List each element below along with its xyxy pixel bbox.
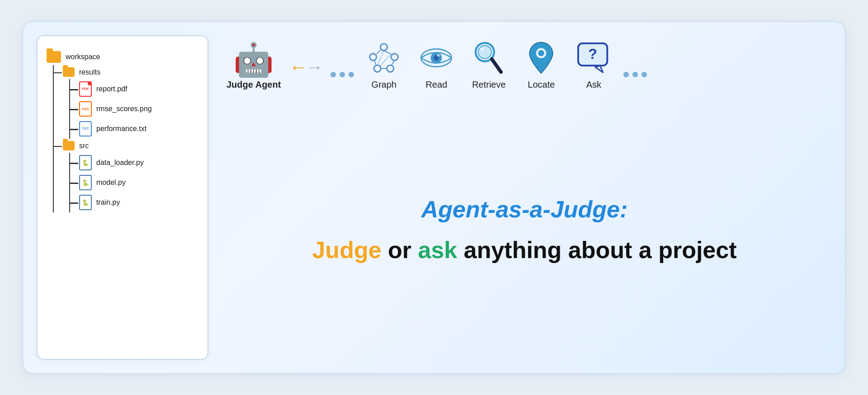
- workspace-children: results PDF report.pdf PNG: [53, 65, 198, 212]
- arrow-right-icon: →: [305, 57, 323, 77]
- locate-icon-container: [523, 40, 559, 76]
- svg-line-9: [377, 50, 381, 54]
- tools-row: 🤖 Judge Agent ← →: [226, 40, 822, 99]
- graph-icon: [367, 41, 401, 75]
- report-pdf-label: report.pdf: [96, 85, 127, 93]
- tree-data-loader: 🐍 data_loader.py: [79, 153, 198, 173]
- agent-label: Judge Agent: [226, 80, 281, 90]
- dot-3: [349, 72, 354, 77]
- txt-icon: TXT: [79, 121, 92, 136]
- file-tree-panel: workspace results PDF report.pdf: [37, 35, 208, 360]
- main-container: workspace results PDF report.pdf: [23, 21, 845, 374]
- suffix-text: anything about a project: [457, 237, 736, 263]
- pdf-icon: PDF: [79, 81, 92, 97]
- ask-icon-container: ?: [576, 40, 612, 76]
- locate-icon: [528, 39, 555, 76]
- read-icon-container: [418, 40, 454, 76]
- dots-right-block: [623, 72, 647, 90]
- agent-emoji: 🤖: [233, 43, 274, 76]
- graph-label: Graph: [372, 80, 397, 90]
- tree-rmse-png: PNG rmse_scores.png: [79, 99, 198, 119]
- text-content: Agent-as-a-Judge: Judge or ask anything …: [226, 99, 822, 351]
- arrow-block: ← →: [289, 57, 323, 90]
- retrieve-label: Retrieve: [472, 80, 505, 90]
- arrow-left-icon: ←: [289, 57, 307, 77]
- read-icon: [418, 44, 454, 71]
- tool-locate-block: Locate: [523, 40, 559, 90]
- trailing-dot-2: [632, 72, 638, 77]
- svg-point-2: [387, 65, 394, 72]
- tree-report-pdf: PDF report.pdf: [79, 79, 198, 99]
- svg-point-1: [392, 54, 398, 61]
- tool-graph-block: Graph: [366, 40, 402, 90]
- rmse-png-label: rmse_scores.png: [96, 105, 152, 113]
- locate-label: Locate: [528, 80, 555, 90]
- tree-results: results: [63, 65, 198, 79]
- ask-icon: ?: [576, 42, 611, 74]
- png-icon: PNG: [79, 101, 92, 117]
- py-icon-train: 🐍: [79, 195, 92, 210]
- judge-agent-block: 🤖 Judge Agent: [226, 43, 281, 90]
- headline-2: Judge or ask anything about a project: [312, 236, 736, 263]
- src-label: src: [79, 142, 89, 150]
- tree-train-py: 🐍 train.py: [79, 193, 198, 212]
- trailing-dot-3: [642, 72, 647, 77]
- retrieve-icon-container: [471, 40, 507, 76]
- py-icon-data-loader: 🐍: [79, 155, 92, 170]
- read-label: Read: [425, 80, 447, 90]
- svg-line-8: [374, 61, 376, 65]
- svg-point-22: [538, 50, 545, 56]
- dots-left-block: [330, 72, 354, 90]
- ask-label: Ask: [586, 80, 601, 90]
- tool-ask-block: ? Ask: [576, 40, 612, 90]
- dot-1: [330, 72, 336, 77]
- right-panel: 🤖 Judge Agent ← →: [222, 35, 831, 360]
- data-loader-label: data_loader.py: [96, 159, 144, 167]
- py-icon-model: 🐍: [79, 175, 92, 190]
- svg-point-16: [437, 54, 439, 56]
- graph-icon-container: [366, 40, 402, 76]
- svg-point-18: [478, 46, 491, 59]
- performance-txt-label: performance.txt: [96, 125, 146, 133]
- retrieve-icon: [473, 39, 504, 76]
- headline-1: Agent-as-a-Judge:: [421, 196, 627, 223]
- judge-word: Judge: [312, 237, 381, 263]
- trailing-dot-1: [623, 72, 629, 77]
- workspace-folder-icon: [47, 51, 61, 63]
- or-text: or: [382, 237, 418, 263]
- results-folder-icon: [63, 67, 75, 77]
- file-tree-root: workspace results PDF report.pdf: [47, 47, 198, 214]
- results-label: results: [79, 68, 100, 76]
- tree-src: src: [63, 139, 198, 153]
- svg-line-5: [384, 51, 391, 54]
- tree-workspace: workspace: [47, 49, 198, 65]
- svg-text:?: ?: [589, 46, 598, 62]
- tree-performance-txt: TXT performance.txt: [79, 119, 198, 139]
- svg-line-6: [392, 61, 395, 65]
- tool-retrieve-block: Retrieve: [471, 40, 507, 90]
- src-folder-icon: [63, 141, 75, 150]
- tool-read-block: Read: [418, 40, 454, 90]
- workspace-label: workspace: [66, 53, 100, 61]
- svg-line-19: [492, 59, 501, 72]
- model-py-label: model.py: [96, 179, 126, 187]
- src-children: 🐍 data_loader.py 🐍 model.py 🐍 train.py: [69, 153, 198, 212]
- svg-point-4: [370, 54, 377, 61]
- dot-2: [340, 72, 345, 77]
- svg-point-3: [374, 65, 381, 72]
- results-children: PDF report.pdf PNG rmse_scores.png: [69, 79, 198, 139]
- svg-point-20: [481, 47, 485, 51]
- tree-model-py: 🐍 model.py: [79, 173, 198, 193]
- train-py-label: train.py: [96, 198, 120, 207]
- svg-line-12: [381, 54, 392, 65]
- ask-word: ask: [418, 237, 458, 263]
